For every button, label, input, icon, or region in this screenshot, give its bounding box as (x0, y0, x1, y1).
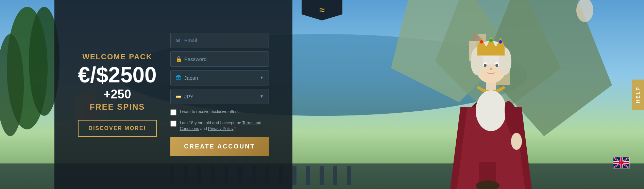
uk-flag-icon (613, 157, 629, 169)
password-input[interactable] (171, 52, 269, 66)
currency-wrapper: 💳 JPY USD EUR GBP ▼ (170, 89, 269, 104)
terms-row: I am 18 years old and I accept the Terms… (170, 120, 269, 132)
currency-select[interactable]: JPY USD EUR GBP (171, 89, 269, 104)
discover-more-button[interactable]: DISCOVER MORE! (78, 120, 156, 137)
language-selector[interactable] (613, 157, 630, 169)
svg-point-54 (489, 39, 493, 42)
privacy-link[interactable]: Privacy Policy (208, 126, 234, 131)
svg-point-47 (484, 64, 487, 67)
registration-form: ✉ 🔒 🌐 Japan United States United Kingdom… (170, 33, 269, 157)
svg-rect-69 (613, 162, 629, 163)
promo-plus-spins: +250 (103, 87, 131, 101)
required-star: * (234, 126, 236, 131)
email-wrapper: ✉ (170, 33, 269, 48)
logo-symbol: ≈ (319, 5, 324, 16)
svg-point-39 (476, 90, 506, 131)
password-wrapper: 🔒 (170, 51, 269, 67)
promo-panel: WELCOME PACK €/$2500 +250 FREE SPINS DIS… (54, 0, 292, 189)
svg-point-55 (499, 40, 502, 44)
svg-point-48 (495, 64, 498, 67)
country-wrapper: 🌐 Japan United States United Kingdom Ger… (170, 70, 269, 85)
create-account-button[interactable]: CREATE ACCOUNT (170, 137, 269, 156)
king-svg (440, 12, 542, 189)
help-button[interactable]: HELP (632, 79, 644, 110)
terms-and-text: and (199, 126, 208, 131)
welcome-pack-label: WELCOME PACK (82, 52, 152, 61)
terms-checkbox[interactable] (170, 121, 176, 127)
free-spins-label: FREE SPINS (90, 102, 145, 112)
email-input[interactable] (171, 33, 269, 48)
svg-rect-49 (477, 46, 505, 56)
svg-point-53 (480, 40, 483, 44)
king-character (440, 12, 549, 189)
exclusive-offers-row: I want to receive exclusive offers (170, 109, 269, 115)
exclusive-offers-checkbox[interactable] (170, 109, 176, 115)
terms-label: I am 18 years old and I accept the Terms… (180, 120, 269, 132)
terms-before-text: I am 18 years old and I accept the (180, 121, 242, 125)
promo-section: WELCOME PACK €/$2500 +250 FREE SPINS DIS… (78, 52, 156, 137)
svg-point-57 (511, 133, 522, 150)
country-select[interactable]: Japan United States United Kingdom Germa… (171, 70, 269, 85)
exclusive-offers-label: I want to receive exclusive offers (180, 109, 239, 115)
promo-amount: €/$2500 (78, 64, 156, 86)
